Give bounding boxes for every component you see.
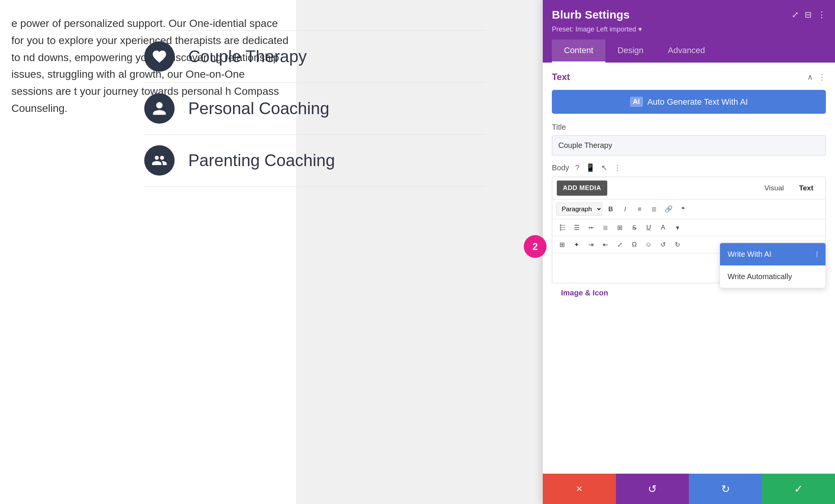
dropdown-cursor: | bbox=[816, 250, 818, 258]
italic-button[interactable]: I bbox=[619, 203, 631, 215]
section-more-icon[interactable]: ⋮ bbox=[818, 72, 826, 82]
add-media-button[interactable]: ADD MEDIA bbox=[557, 181, 607, 196]
outdent-button[interactable]: ⇤ bbox=[599, 239, 611, 251]
undo-button[interactable]: ↺ bbox=[616, 474, 689, 504]
cursor-icon[interactable]: ↖ bbox=[601, 163, 608, 172]
align-center-button[interactable]: ☰ bbox=[570, 221, 583, 234]
step-badge: 2 bbox=[524, 235, 547, 258]
ai-dropdown-menu: Write With AI | Write Automatically bbox=[720, 243, 826, 288]
body-field-label: Body bbox=[552, 163, 569, 172]
tab-design[interactable]: Design bbox=[605, 39, 655, 63]
list-item: Couple Therapy bbox=[144, 30, 486, 83]
indent-button[interactable]: ⇥ bbox=[585, 239, 597, 251]
align-left-button[interactable]: ⬱ bbox=[556, 221, 568, 234]
tab-content[interactable]: Content bbox=[552, 39, 605, 63]
columns-icon[interactable]: ⊟ bbox=[805, 10, 811, 20]
ordered-list-button[interactable]: ≣ bbox=[648, 203, 660, 215]
format-toolbar-row1: Paragraph B I ≡ ≣ 🔗 ❝ bbox=[552, 199, 826, 219]
link-button[interactable]: 🔗 bbox=[662, 203, 674, 215]
cancel-button[interactable]: × bbox=[543, 474, 616, 504]
subscript-button[interactable]: ✦ bbox=[570, 239, 583, 251]
more-toolbar-icon[interactable]: ⋮ bbox=[614, 163, 621, 172]
settings-title: Blurb Settings bbox=[552, 8, 630, 21]
editor-top-toolbar: ADD MEDIA Visual Text bbox=[552, 177, 826, 199]
body-toolbar: Body ? 📱 ↖ ⋮ bbox=[552, 163, 826, 172]
collapse-icon[interactable]: ∧ bbox=[807, 72, 813, 82]
parenting-coaching-icon bbox=[144, 145, 175, 176]
service-name-parenting-coaching: Parenting Coaching bbox=[188, 151, 335, 170]
personal-coaching-icon bbox=[144, 93, 175, 124]
section-title-text: Text bbox=[552, 72, 570, 82]
section-controls: ∧ ⋮ bbox=[807, 72, 826, 82]
confirm-button[interactable]: ✓ bbox=[762, 474, 835, 504]
expand-icon[interactable]: ⤢ bbox=[792, 10, 799, 20]
settings-header: Blurb Settings ⤢ ⊟ ⋮ Preset: Image Left … bbox=[543, 0, 835, 63]
redo-editor-button[interactable]: ↻ bbox=[671, 239, 684, 251]
list-item: Personal Coaching bbox=[144, 83, 486, 135]
fullscreen-button[interactable]: ⤢ bbox=[614, 239, 626, 251]
special-chars-button[interactable]: Ω bbox=[628, 239, 640, 251]
align-justify-button[interactable]: ≣ bbox=[599, 221, 611, 234]
header-icons: ⤢ ⊟ ⋮ bbox=[792, 10, 826, 20]
help-icon[interactable]: ? bbox=[575, 163, 580, 172]
preset-label[interactable]: Preset: Image Left imported ▾ bbox=[552, 25, 826, 33]
ai-badge: AI bbox=[630, 97, 643, 107]
title-field-label: Title bbox=[552, 123, 826, 132]
format-toolbar-row2: ⬱ ☰ ⬰ ≣ ⊞ S̶ U A ▾ bbox=[552, 219, 826, 236]
service-list: Couple Therapy Personal Coaching Parenti… bbox=[144, 30, 486, 187]
service-name-personal-coaching: Personal Coaching bbox=[188, 99, 329, 118]
tab-visual[interactable]: Visual bbox=[757, 180, 791, 196]
paragraph-select[interactable]: Paragraph bbox=[556, 203, 602, 216]
settings-title-row: Blurb Settings ⤢ ⊟ ⋮ bbox=[552, 8, 826, 21]
bullet-list-button[interactable]: ≡ bbox=[633, 203, 646, 215]
font-color-button[interactable]: A bbox=[657, 221, 669, 234]
undo-editor-button[interactable]: ↺ bbox=[657, 239, 669, 251]
blockquote-button[interactable]: ❝ bbox=[677, 203, 689, 215]
redo-button[interactable]: ↻ bbox=[689, 474, 762, 504]
tab-text[interactable]: Text bbox=[791, 180, 821, 196]
ai-generate-label: Auto Generate Text With AI bbox=[648, 97, 748, 107]
align-right-button[interactable]: ⬰ bbox=[585, 221, 597, 234]
underline-button[interactable]: U bbox=[643, 221, 655, 234]
service-name-couple-therapy: Couple Therapy bbox=[188, 47, 307, 66]
write-automatically-option[interactable]: Write Automatically bbox=[720, 265, 826, 288]
font-color-more[interactable]: ▾ bbox=[671, 221, 684, 234]
bold-button[interactable]: B bbox=[605, 203, 617, 215]
title-input[interactable] bbox=[552, 135, 826, 155]
list-item: Parenting Coaching bbox=[144, 135, 486, 187]
write-with-ai-option[interactable]: Write With AI | bbox=[720, 243, 826, 265]
action-bar: × ↺ ↻ ✓ bbox=[543, 474, 835, 504]
editor-view-tabs: Visual Text bbox=[757, 180, 821, 196]
more-icon[interactable]: ⋮ bbox=[818, 10, 826, 20]
emoji-button[interactable]: ☺ bbox=[643, 239, 655, 251]
settings-tabs: Content Design Advanced bbox=[552, 39, 826, 63]
couple-therapy-icon bbox=[144, 41, 175, 72]
table-button[interactable]: ⊞ bbox=[614, 221, 626, 234]
tab-advanced[interactable]: Advanced bbox=[656, 39, 717, 63]
text-section-header: Text ∧ ⋮ bbox=[552, 72, 826, 82]
mobile-icon[interactable]: 📱 bbox=[586, 163, 595, 172]
strikethrough-button[interactable]: S̶ bbox=[628, 221, 640, 234]
settings-panel: Blurb Settings ⤢ ⊟ ⋮ Preset: Image Left … bbox=[543, 0, 835, 504]
ai-generate-button[interactable]: AI Auto Generate Text With AI bbox=[552, 90, 826, 114]
copy-format-button[interactable]: ⊞ bbox=[556, 239, 568, 251]
